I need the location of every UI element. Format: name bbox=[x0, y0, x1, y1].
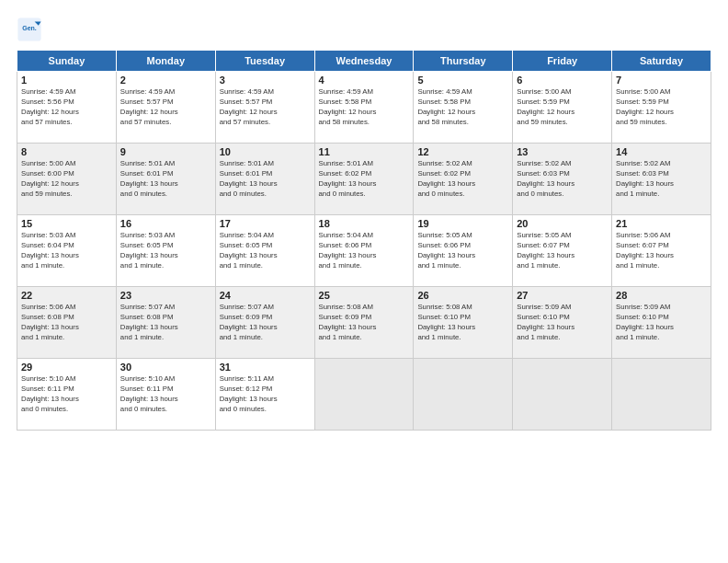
day-number: 21 bbox=[616, 218, 707, 229]
logo: Gen. bbox=[17, 17, 46, 42]
cal-cell: 5Sunrise: 4:59 AM Sunset: 5:58 PM Daylig… bbox=[414, 72, 513, 144]
cal-cell: 2Sunrise: 4:59 AM Sunset: 5:57 PM Daylig… bbox=[116, 72, 215, 144]
cal-cell: 26Sunrise: 5:08 AM Sunset: 6:10 PM Dayli… bbox=[414, 287, 513, 359]
calendar-table: SundayMondayTuesdayWednesdayThursdayFrid… bbox=[17, 50, 711, 431]
cal-cell: 29Sunrise: 5:10 AM Sunset: 6:11 PM Dayli… bbox=[17, 359, 117, 431]
day-number: 11 bbox=[319, 146, 410, 157]
cal-cell: 18Sunrise: 5:04 AM Sunset: 6:06 PM Dayli… bbox=[314, 215, 414, 287]
cell-info: Sunrise: 5:02 AM Sunset: 6:03 PM Dayligh… bbox=[517, 159, 608, 200]
cell-info: Sunrise: 5:04 AM Sunset: 6:05 PM Dayligh… bbox=[220, 231, 311, 271]
cell-info: Sunrise: 5:08 AM Sunset: 6:10 PM Dayligh… bbox=[417, 303, 508, 343]
cell-info: Sunrise: 5:00 AM Sunset: 5:59 PM Dayligh… bbox=[517, 87, 608, 128]
day-number: 14 bbox=[616, 146, 707, 157]
cal-cell: 16Sunrise: 5:03 AM Sunset: 6:05 PM Dayli… bbox=[116, 215, 215, 287]
cell-info: Sunrise: 5:04 AM Sunset: 6:06 PM Dayligh… bbox=[319, 231, 410, 271]
cell-info: Sunrise: 4:59 AM Sunset: 5:58 PM Dayligh… bbox=[319, 87, 410, 128]
cell-info: Sunrise: 5:07 AM Sunset: 6:09 PM Dayligh… bbox=[220, 303, 311, 343]
cal-cell: 12Sunrise: 5:02 AM Sunset: 6:02 PM Dayli… bbox=[414, 144, 513, 215]
day-number: 3 bbox=[220, 75, 311, 86]
col-header-monday: Monday bbox=[116, 51, 215, 72]
day-number: 6 bbox=[517, 75, 608, 86]
cal-cell: 3Sunrise: 4:59 AM Sunset: 5:57 PM Daylig… bbox=[215, 72, 314, 144]
col-header-friday: Friday bbox=[513, 51, 612, 72]
cal-cell: 20Sunrise: 5:05 AM Sunset: 6:07 PM Dayli… bbox=[513, 215, 612, 287]
cell-info: Sunrise: 4:59 AM Sunset: 5:57 PM Dayligh… bbox=[120, 87, 211, 128]
day-number: 10 bbox=[220, 146, 311, 157]
cell-info: Sunrise: 5:06 AM Sunset: 6:07 PM Dayligh… bbox=[616, 231, 707, 271]
cell-info: Sunrise: 4:59 AM Sunset: 5:56 PM Dayligh… bbox=[21, 87, 112, 128]
cal-cell: 28Sunrise: 5:09 AM Sunset: 6:10 PM Dayli… bbox=[612, 287, 711, 359]
cell-info: Sunrise: 4:59 AM Sunset: 5:57 PM Dayligh… bbox=[220, 87, 311, 128]
day-number: 18 bbox=[319, 218, 410, 229]
cal-cell: 23Sunrise: 5:07 AM Sunset: 6:08 PM Dayli… bbox=[116, 287, 215, 359]
day-number: 29 bbox=[21, 362, 112, 373]
cal-cell: 25Sunrise: 5:08 AM Sunset: 6:09 PM Dayli… bbox=[314, 287, 414, 359]
cell-info: Sunrise: 5:10 AM Sunset: 6:11 PM Dayligh… bbox=[21, 374, 112, 415]
cal-cell: 8Sunrise: 5:00 AM Sunset: 6:00 PM Daylig… bbox=[17, 144, 117, 215]
cal-cell: 14Sunrise: 5:02 AM Sunset: 6:03 PM Dayli… bbox=[612, 144, 711, 215]
day-number: 15 bbox=[21, 218, 112, 229]
cal-cell bbox=[612, 359, 711, 431]
cell-info: Sunrise: 5:02 AM Sunset: 6:03 PM Dayligh… bbox=[616, 159, 707, 200]
day-number: 26 bbox=[417, 290, 508, 301]
day-number: 28 bbox=[616, 290, 707, 301]
day-number: 2 bbox=[120, 75, 211, 86]
cal-cell: 4Sunrise: 4:59 AM Sunset: 5:58 PM Daylig… bbox=[314, 72, 414, 144]
cal-cell: 6Sunrise: 5:00 AM Sunset: 5:59 PM Daylig… bbox=[513, 72, 612, 144]
day-number: 13 bbox=[517, 146, 608, 157]
day-number: 20 bbox=[517, 218, 608, 229]
cell-info: Sunrise: 5:09 AM Sunset: 6:10 PM Dayligh… bbox=[616, 303, 707, 343]
day-number: 4 bbox=[319, 75, 410, 86]
day-number: 5 bbox=[417, 75, 508, 86]
cell-info: Sunrise: 5:09 AM Sunset: 6:10 PM Dayligh… bbox=[517, 303, 608, 343]
cell-info: Sunrise: 5:11 AM Sunset: 6:12 PM Dayligh… bbox=[220, 374, 311, 415]
cal-cell: 7Sunrise: 5:00 AM Sunset: 5:59 PM Daylig… bbox=[612, 72, 711, 144]
day-number: 17 bbox=[220, 218, 311, 229]
cell-info: Sunrise: 5:10 AM Sunset: 6:11 PM Dayligh… bbox=[120, 374, 211, 415]
cal-cell: 11Sunrise: 5:01 AM Sunset: 6:02 PM Dayli… bbox=[314, 144, 414, 215]
day-number: 30 bbox=[120, 362, 211, 373]
day-number: 9 bbox=[120, 146, 211, 157]
day-number: 12 bbox=[417, 146, 508, 157]
cal-cell bbox=[414, 359, 513, 431]
day-number: 25 bbox=[319, 290, 410, 301]
cell-info: Sunrise: 5:00 AM Sunset: 5:59 PM Dayligh… bbox=[616, 87, 707, 128]
cell-info: Sunrise: 5:02 AM Sunset: 6:02 PM Dayligh… bbox=[417, 159, 508, 200]
cal-cell: 10Sunrise: 5:01 AM Sunset: 6:01 PM Dayli… bbox=[215, 144, 314, 215]
cell-info: Sunrise: 5:06 AM Sunset: 6:08 PM Dayligh… bbox=[21, 303, 112, 343]
cal-cell bbox=[513, 359, 612, 431]
cell-info: Sunrise: 5:05 AM Sunset: 6:07 PM Dayligh… bbox=[517, 231, 608, 271]
cal-cell: 30Sunrise: 5:10 AM Sunset: 6:11 PM Dayli… bbox=[116, 359, 215, 431]
cal-cell: 21Sunrise: 5:06 AM Sunset: 6:07 PM Dayli… bbox=[612, 215, 711, 287]
cal-cell bbox=[314, 359, 414, 431]
cell-info: Sunrise: 5:01 AM Sunset: 6:01 PM Dayligh… bbox=[220, 159, 311, 200]
cell-info: Sunrise: 5:01 AM Sunset: 6:02 PM Dayligh… bbox=[319, 159, 410, 200]
day-number: 31 bbox=[220, 362, 311, 373]
cell-info: Sunrise: 4:59 AM Sunset: 5:58 PM Dayligh… bbox=[417, 87, 508, 128]
col-header-thursday: Thursday bbox=[414, 51, 513, 72]
cal-cell: 22Sunrise: 5:06 AM Sunset: 6:08 PM Dayli… bbox=[17, 287, 117, 359]
page-header: Gen. bbox=[17, 17, 711, 42]
day-number: 7 bbox=[616, 75, 707, 86]
day-number: 19 bbox=[417, 218, 508, 229]
cal-cell: 19Sunrise: 5:05 AM Sunset: 6:06 PM Dayli… bbox=[414, 215, 513, 287]
col-header-wednesday: Wednesday bbox=[314, 51, 414, 72]
col-header-sunday: Sunday bbox=[17, 51, 117, 72]
cal-cell: 27Sunrise: 5:09 AM Sunset: 6:10 PM Dayli… bbox=[513, 287, 612, 359]
logo-icon: Gen. bbox=[17, 17, 42, 42]
cell-info: Sunrise: 5:01 AM Sunset: 6:01 PM Dayligh… bbox=[120, 159, 211, 200]
cell-info: Sunrise: 5:03 AM Sunset: 6:04 PM Dayligh… bbox=[21, 231, 112, 271]
day-number: 8 bbox=[21, 146, 112, 157]
cal-cell: 15Sunrise: 5:03 AM Sunset: 6:04 PM Dayli… bbox=[17, 215, 117, 287]
cell-info: Sunrise: 5:03 AM Sunset: 6:05 PM Dayligh… bbox=[120, 231, 211, 271]
cal-cell: 1Sunrise: 4:59 AM Sunset: 5:56 PM Daylig… bbox=[17, 72, 117, 144]
day-number: 1 bbox=[21, 75, 112, 86]
svg-text:Gen.: Gen. bbox=[22, 25, 37, 31]
cal-cell: 31Sunrise: 5:11 AM Sunset: 6:12 PM Dayli… bbox=[215, 359, 314, 431]
day-number: 27 bbox=[517, 290, 608, 301]
col-header-saturday: Saturday bbox=[612, 51, 711, 72]
cell-info: Sunrise: 5:05 AM Sunset: 6:06 PM Dayligh… bbox=[417, 231, 508, 271]
cal-cell: 24Sunrise: 5:07 AM Sunset: 6:09 PM Dayli… bbox=[215, 287, 314, 359]
cal-cell: 17Sunrise: 5:04 AM Sunset: 6:05 PM Dayli… bbox=[215, 215, 314, 287]
cal-cell: 9Sunrise: 5:01 AM Sunset: 6:01 PM Daylig… bbox=[116, 144, 215, 215]
